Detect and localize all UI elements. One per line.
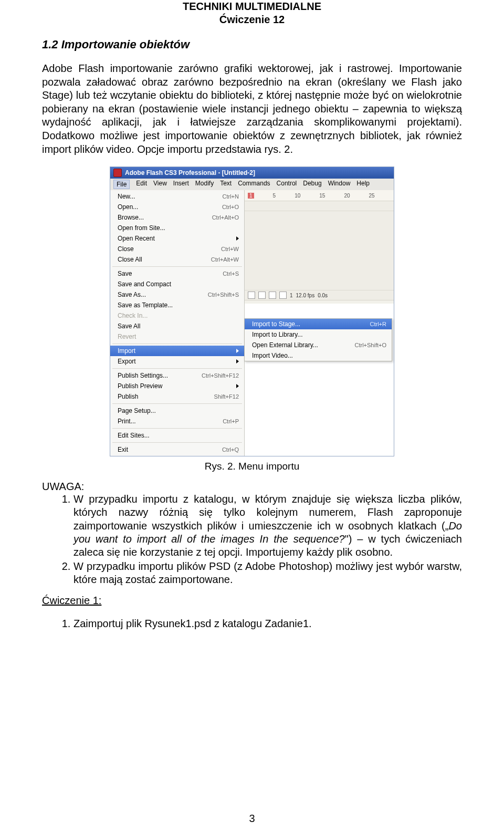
window-title: Adobe Flash CS3 Professional - [Untitled…: [125, 169, 255, 176]
menu-shortcut: Ctrl+O: [222, 203, 239, 211]
menu-item-browse[interactable]: Browse...Ctrl+Alt+O: [110, 212, 244, 223]
menu-item-page-setup[interactable]: Page Setup...: [110, 405, 244, 416]
menu-insert[interactable]: Insert: [173, 180, 189, 189]
menu-shortcut: Ctrl+P: [223, 417, 239, 425]
figure-caption: Rys. 2. Menu importu: [42, 461, 462, 472]
onion-skin-icon: [269, 292, 276, 299]
menu-item-revert: Revert: [110, 331, 244, 342]
chevron-right-icon: [236, 236, 239, 241]
menu-item-label: Open...: [118, 203, 222, 211]
menu-item-close-all[interactable]: Close AllCtrl+Alt+W: [110, 254, 244, 265]
menu-shortcut: Ctrl+Alt+O: [212, 213, 239, 222]
menu-separator: [112, 403, 242, 404]
menu-item-label: Publish Settings...: [118, 371, 202, 380]
timeline-area: 1 12.0 fps 0.0s: [245, 201, 394, 300]
elapsed: 0.0s: [318, 293, 328, 298]
page-number: 3: [0, 813, 504, 825]
menu-item-label: Edit Sites...: [118, 431, 239, 440]
menu-item-label: Browse...: [118, 213, 212, 222]
submenu-item-label: Open External Library...: [252, 341, 354, 349]
menu-item-label: Save All: [118, 322, 239, 330]
menu-debug[interactable]: Debug: [303, 180, 321, 189]
menu-separator: [112, 428, 242, 429]
menu-item-publish-settings[interactable]: Publish Settings...Ctrl+Shift+F12: [110, 370, 244, 381]
menu-shortcut: Ctrl+R: [370, 320, 386, 328]
menu-shortcut: Shift+F12: [214, 392, 239, 401]
menu-shortcut: Ctrl+Shift+S: [208, 290, 239, 299]
stage-area: 1510152025 1 12.0 fps 0.0s: [245, 190, 394, 304]
menu-item-label: Page Setup...: [118, 407, 239, 415]
import-submenu[interactable]: Import to Stage...Ctrl+RImport to Librar…: [244, 318, 392, 361]
menu-item-label: Save as Template...: [118, 301, 239, 309]
menu-window[interactable]: Window: [328, 180, 351, 189]
submenu-item-label: Import to Stage...: [252, 320, 370, 328]
titlebar: Adobe Flash CS3 Professional - [Untitled…: [110, 167, 394, 179]
exercise-item: Zaimportuj plik Rysunek1.psd z katalogu …: [74, 617, 462, 630]
menu-item-import[interactable]: Import: [110, 346, 244, 356]
menu-shortcut: Ctrl+W: [221, 245, 239, 253]
menu-item-close[interactable]: CloseCtrl+W: [110, 244, 244, 254]
figure: Adobe Flash CS3 Professional - [Untitled…: [42, 167, 462, 456]
menu-item-save[interactable]: SaveCtrl+S: [110, 268, 244, 279]
menu-help[interactable]: Help: [356, 180, 370, 189]
menu-file[interactable]: File: [113, 180, 130, 189]
exercise-label: Ćwiczenie 1:: [42, 595, 101, 606]
menu-commands[interactable]: Commands: [238, 180, 270, 189]
menu-text[interactable]: Text: [220, 180, 232, 189]
menubar[interactable]: FileEditViewInsertModifyTextCommandsCont…: [110, 179, 394, 190]
menu-item-save-all[interactable]: Save All: [110, 321, 244, 331]
menu-item-label: Exit: [118, 445, 222, 454]
chevron-right-icon: [236, 359, 239, 363]
section-title: 1.2 Importowanie obiektów: [42, 38, 462, 51]
menu-item-label: Export: [118, 357, 233, 366]
menu-control[interactable]: Control: [277, 180, 297, 189]
submenu-item-label: Import Video...: [252, 351, 386, 360]
menu-item-label: Revert: [118, 332, 239, 341]
menu-separator: [112, 344, 242, 344]
menu-view[interactable]: View: [153, 180, 167, 189]
menu-item-label: Close: [118, 245, 221, 253]
chevron-right-icon: [236, 384, 239, 388]
menu-item-open-from-site[interactable]: Open from Site...: [110, 223, 244, 233]
menu-item-publish-preview[interactable]: Publish Preview: [110, 381, 244, 391]
menu-shortcut: Ctrl+S: [223, 269, 239, 278]
menu-shortcut: Ctrl+N: [223, 192, 239, 201]
submenu-item-import-to-stage[interactable]: Import to Stage...Ctrl+R: [245, 319, 392, 329]
file-menu[interactable]: New...Ctrl+NOpen...Ctrl+OBrowse...Ctrl+A…: [110, 190, 245, 456]
menu-item-edit-sites[interactable]: Edit Sites...: [110, 430, 244, 441]
menu-item-save-as[interactable]: Save As...Ctrl+Shift+S: [110, 289, 244, 300]
menu-item-new[interactable]: New...Ctrl+N: [110, 191, 244, 202]
flash-window: Adobe Flash CS3 Professional - [Untitled…: [110, 167, 394, 456]
menu-item-publish[interactable]: PublishShift+F12: [110, 391, 244, 402]
menu-item-label: Open from Site...: [118, 224, 239, 232]
onion-skin-icon: [279, 292, 287, 299]
paragraph-main: Adobe Flash importowanie zarówno grafiki…: [42, 62, 462, 156]
menu-item-open-recent[interactable]: Open Recent: [110, 233, 244, 244]
menu-shortcut: Ctrl+Alt+W: [211, 255, 239, 264]
ruler-tick: 1: [248, 193, 254, 199]
menu-item-check-in: Check In...: [110, 310, 244, 321]
submenu-item-open-external-library[interactable]: Open External Library...Ctrl+Shift+O: [245, 340, 392, 350]
timeline-info: 1 12.0 fps 0.0s: [245, 290, 394, 300]
current-frame: 1: [290, 293, 293, 298]
menu-item-save-as-template[interactable]: Save as Template...: [110, 300, 244, 310]
menu-item-export[interactable]: Export: [110, 356, 244, 367]
menu-separator: [112, 368, 242, 369]
menu-modify[interactable]: Modify: [195, 180, 214, 189]
menu-separator: [112, 266, 242, 267]
exercise-block: Ćwiczenie 1:: [42, 595, 462, 607]
menu-item-exit[interactable]: ExitCtrl+Q: [110, 444, 244, 455]
uwaga-item-2: W przypadku importu plików PSD (z Adobe …: [74, 560, 462, 586]
ruler-tick: 25: [369, 193, 375, 199]
chevron-right-icon: [236, 349, 239, 353]
menu-edit[interactable]: Edit: [136, 180, 147, 189]
timeline-icon: [248, 292, 255, 299]
menu-item-print[interactable]: Print...Ctrl+P: [110, 416, 244, 427]
menu-item-label: Import: [118, 347, 233, 355]
menu-item-label: Save As...: [118, 290, 208, 299]
submenu-item-import-video[interactable]: Import Video...: [245, 350, 392, 361]
menu-item-label: Open Recent: [118, 234, 233, 243]
menu-item-save-and-compact[interactable]: Save and Compact: [110, 279, 244, 289]
menu-item-open[interactable]: Open...Ctrl+O: [110, 202, 244, 212]
submenu-item-import-to-library[interactable]: Import to Library...: [245, 329, 392, 340]
